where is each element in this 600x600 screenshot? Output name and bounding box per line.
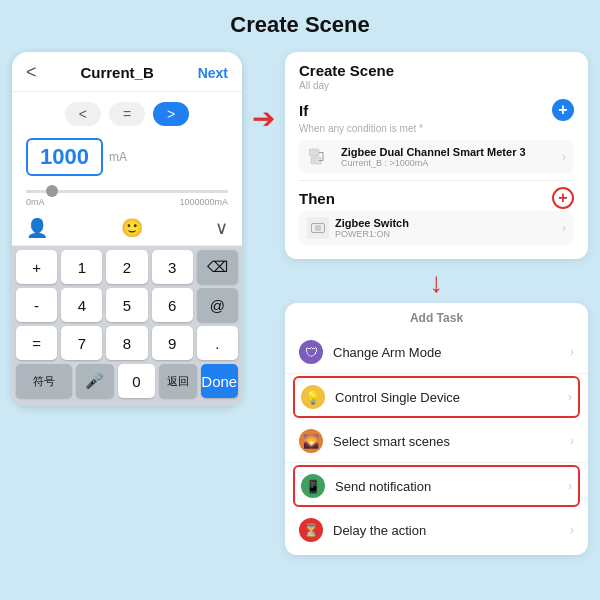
key-6[interactable]: 6: [152, 288, 193, 322]
key-3[interactable]: 3: [152, 250, 193, 284]
task-chevron-2: ›: [568, 390, 572, 404]
kb-icon-row: 👤 🙂 ∨: [12, 213, 242, 246]
task-label-select-scenes: Select smart scenes: [333, 434, 450, 449]
if-device-chevron: ›: [562, 150, 566, 164]
key-minus[interactable]: -: [16, 288, 57, 322]
scene-card-title: Create Scene: [299, 62, 574, 79]
keyboard: + 1 2 3 ⌫ - 4 5 6 @ = 7 8 9 . 符号: [12, 246, 242, 406]
panel-title: Current_B: [80, 64, 153, 81]
then-device-row[interactable]: Zigbee Switch POWER1:ON ›: [299, 211, 574, 245]
value-box: 1000: [26, 138, 103, 176]
task-chevron-4: ›: [568, 479, 572, 493]
slider-area: 0mA 1000000mA: [12, 180, 242, 213]
key-1[interactable]: 1: [61, 250, 102, 284]
page-title: Create Scene: [0, 0, 600, 38]
task-row-change-arm[interactable]: 🛡 Change Arm Mode ›: [285, 331, 588, 374]
value-display: 1000 mA: [12, 132, 242, 180]
key-return[interactable]: 返回: [159, 364, 196, 398]
if-device-row[interactable]: Zigbee Dual Channel Smart Meter 3 Curren…: [299, 140, 574, 174]
then-device-name: Zigbee Switch: [335, 217, 409, 229]
then-add-button[interactable]: +: [552, 187, 574, 209]
scene-card: Create Scene All day If + When any condi…: [285, 52, 588, 259]
then-device-chevron: ›: [562, 221, 566, 235]
task-chevron-3: ›: [570, 434, 574, 448]
key-done[interactable]: Done: [201, 364, 238, 398]
slider-bar[interactable]: [26, 190, 228, 193]
key-8[interactable]: 8: [106, 326, 147, 360]
hourglass-icon: ⏳: [299, 518, 323, 542]
add-task-title: Add Task: [285, 311, 588, 325]
key-dot[interactable]: .: [197, 326, 238, 360]
task-row-delay[interactable]: ⏳ Delay the action ›: [285, 509, 588, 551]
switch-icon: [307, 217, 329, 239]
task-row-control-single[interactable]: 💡 Control Single Device ›: [295, 378, 578, 416]
task-label-delay: Delay the action: [333, 523, 426, 538]
key-9[interactable]: 9: [152, 326, 193, 360]
key-symbol[interactable]: 符号: [16, 364, 72, 398]
task-row-select-scenes[interactable]: 🌄 Select smart scenes ›: [285, 420, 588, 463]
cmp-less[interactable]: <: [65, 102, 101, 126]
key-backspace[interactable]: ⌫: [197, 250, 238, 284]
task-label-notification: Send notification: [335, 479, 431, 494]
person-icon[interactable]: 👤: [26, 217, 48, 239]
key-mic[interactable]: 🎤: [76, 364, 113, 398]
key-4[interactable]: 4: [61, 288, 102, 322]
right-side: Create Scene All day If + When any condi…: [285, 52, 588, 555]
task-row-notification-highlighted[interactable]: 📱 Send notification ›: [293, 465, 580, 507]
arrow-right: ➔: [252, 102, 275, 135]
task-row-notification[interactable]: 📱 Send notification ›: [295, 467, 578, 505]
value-unit: mA: [109, 150, 127, 164]
then-label: Then: [299, 190, 335, 207]
scene-icon: 🌄: [299, 429, 323, 453]
scene-card-subtitle: All day: [299, 80, 574, 91]
if-label: If: [299, 102, 308, 119]
back-button[interactable]: <: [26, 62, 37, 83]
then-section: Then + Zigbee Switch POWER1:ON: [299, 187, 574, 245]
zigbee-icon: [307, 147, 335, 167]
task-label-control-single: Control Single Device: [335, 390, 460, 405]
compare-row: < = >: [12, 92, 242, 132]
notification-icon: 📱: [301, 474, 325, 498]
arrow-down: ↓: [285, 267, 588, 299]
slider-thumb[interactable]: [46, 185, 58, 197]
if-add-button[interactable]: +: [552, 99, 574, 121]
then-device-status: POWER1:ON: [335, 229, 409, 239]
key-7[interactable]: 7: [61, 326, 102, 360]
key-equals[interactable]: =: [16, 326, 57, 360]
task-label-change-arm: Change Arm Mode: [333, 345, 441, 360]
shield-icon: 🛡: [299, 340, 323, 364]
divider: [299, 180, 574, 181]
task-chevron-5: ›: [570, 523, 574, 537]
key-5[interactable]: 5: [106, 288, 147, 322]
key-plus[interactable]: +: [16, 250, 57, 284]
task-chevron-1: ›: [570, 345, 574, 359]
svg-rect-0: [309, 149, 319, 156]
add-task-card: Add Task 🛡 Change Arm Mode › 💡 Control S…: [285, 303, 588, 555]
slider-min-label: 0mA: [26, 197, 45, 207]
next-button[interactable]: Next: [198, 65, 228, 81]
if-device-status: Current_B : >1000mA: [341, 158, 526, 168]
chevron-down-icon[interactable]: ∨: [215, 217, 228, 239]
if-section: If + When any condition is met *: [299, 99, 574, 174]
cmp-greater[interactable]: >: [153, 102, 189, 126]
slider-max-label: 1000000mA: [179, 197, 228, 207]
task-row-control-highlighted[interactable]: 💡 Control Single Device ›: [293, 376, 580, 418]
if-desc: When any condition is met *: [299, 123, 574, 134]
phone-panel: < Current_B Next < = > 1000 mA 0mA 10000…: [12, 52, 242, 406]
smiley-icon[interactable]: 🙂: [121, 217, 143, 239]
key-0[interactable]: 0: [118, 364, 155, 398]
key-at[interactable]: @: [197, 288, 238, 322]
cmp-equal[interactable]: =: [109, 102, 145, 126]
lightbulb-icon: 💡: [301, 385, 325, 409]
if-device-name: Zigbee Dual Channel Smart Meter 3: [341, 146, 526, 158]
key-2[interactable]: 2: [106, 250, 147, 284]
